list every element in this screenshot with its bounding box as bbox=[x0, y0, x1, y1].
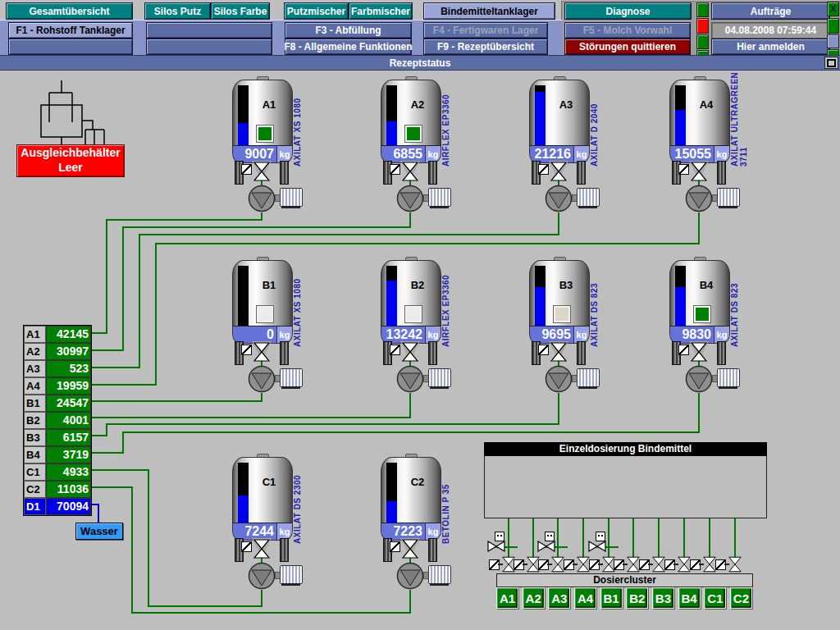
tank-B3[interactable]: B3 9695 kg AXILAT DS 823 bbox=[529, 260, 600, 396]
dosing-valve-icon[interactable] bbox=[690, 555, 718, 574]
cluster-button-B1[interactable]: B1 bbox=[600, 587, 623, 609]
tank-leg bbox=[577, 161, 586, 185]
row-value: 70094 bbox=[46, 498, 91, 515]
row-label: C1 bbox=[24, 463, 46, 481]
motor-icon bbox=[577, 368, 600, 387]
amount-value: 21216 bbox=[530, 146, 573, 162]
motor-valve-icon[interactable] bbox=[588, 532, 608, 555]
motor-icon bbox=[577, 188, 600, 207]
amount-unit: kg bbox=[573, 326, 589, 343]
amount-value: 6855 bbox=[381, 146, 425, 162]
status-indicator bbox=[257, 306, 273, 322]
level-fill bbox=[238, 123, 249, 145]
amount-unit: kg bbox=[714, 146, 729, 162]
amount-value: 7244 bbox=[233, 523, 276, 540]
table-row: C211036 bbox=[24, 481, 91, 498]
pump-icon[interactable] bbox=[395, 364, 425, 394]
amount-value: 0 bbox=[233, 326, 276, 343]
amount-value: 15055 bbox=[670, 146, 714, 162]
row-label: D1 bbox=[24, 498, 46, 515]
wasser-button[interactable]: Wasser bbox=[75, 523, 123, 540]
pump-icon[interactable] bbox=[247, 364, 276, 394]
dosing-valve-icon[interactable] bbox=[715, 555, 743, 574]
amount-display: 9830 kg bbox=[670, 326, 729, 343]
tank-A1[interactable]: A1 9007 kg AXILAT XS 1080 bbox=[232, 80, 303, 216]
motor-base bbox=[719, 206, 737, 208]
row-value: 19959 bbox=[46, 377, 91, 395]
tank-B1[interactable]: B1 0 kg AXILAT XS 1080 bbox=[232, 260, 303, 396]
cluster-button-A1[interactable]: A1 bbox=[496, 587, 518, 609]
tank-B4[interactable]: B4 9830 kg AXILAT DS 823 bbox=[669, 260, 740, 396]
dosing-valve-icon[interactable] bbox=[664, 555, 692, 574]
pump-icon[interactable] bbox=[395, 561, 425, 591]
outlet-valve-icon[interactable] bbox=[253, 162, 270, 181]
motor-base bbox=[578, 386, 597, 389]
table-row: B124547 bbox=[24, 395, 91, 412]
einzeldosierung-panel: Einzeldosierung Bindemittel bbox=[484, 442, 767, 518]
motor-valve-icon[interactable] bbox=[487, 532, 507, 555]
amount-unit: kg bbox=[573, 146, 589, 162]
dosing-valve-icon[interactable] bbox=[589, 555, 617, 574]
outlet-valve-icon[interactable] bbox=[691, 162, 707, 181]
tank-leg bbox=[577, 341, 586, 365]
row-value: 3719 bbox=[46, 446, 91, 463]
alarm-line2: Leer bbox=[17, 160, 124, 175]
outlet-valve-icon[interactable] bbox=[550, 342, 567, 362]
cluster-button-A3[interactable]: A3 bbox=[548, 587, 570, 609]
dosing-valve-icon[interactable] bbox=[514, 555, 541, 574]
cluster-button-B2[interactable]: B2 bbox=[626, 587, 648, 609]
outlet-valve-icon[interactable] bbox=[691, 342, 707, 362]
table-row: A142145 bbox=[24, 326, 91, 343]
cluster-button-B4[interactable]: B4 bbox=[678, 587, 701, 609]
amount-value: 9007 bbox=[233, 146, 276, 162]
tank-B2[interactable]: B2 13242 kg AIRFLEX EP3360 bbox=[381, 260, 451, 396]
outlet-valve-icon[interactable] bbox=[253, 539, 270, 559]
status-indicator bbox=[405, 306, 422, 322]
cluster-button-A4[interactable]: A4 bbox=[574, 587, 596, 609]
cluster-button-C1[interactable]: C1 bbox=[704, 587, 726, 609]
pump-icon[interactable] bbox=[247, 561, 276, 591]
tank-A4[interactable]: A4 15055 kg AXILAT ULTRAGREEN 3711 bbox=[669, 80, 740, 216]
motor-icon bbox=[428, 565, 451, 584]
dosing-valve-icon[interactable] bbox=[614, 555, 641, 574]
tank-A2[interactable]: A2 6855 kg AIRFLEX EP3360 bbox=[381, 80, 451, 216]
tank-leg bbox=[280, 538, 289, 562]
outlet-valve-icon[interactable] bbox=[550, 162, 567, 181]
cluster-button-C2[interactable]: C2 bbox=[730, 587, 752, 609]
cluster-button-A2[interactable]: A2 bbox=[523, 587, 545, 609]
outlet-valve-icon[interactable] bbox=[402, 539, 418, 559]
tank-leg bbox=[280, 341, 289, 365]
row-label: A2 bbox=[24, 343, 46, 360]
level-fill bbox=[675, 287, 686, 326]
dosing-valve-icon[interactable] bbox=[564, 555, 591, 574]
tank-A3[interactable]: A3 21216 kg AXILAT D 2040 bbox=[529, 80, 600, 216]
tank-C1[interactable]: C1 7244 kg AXILAT DS 2300 bbox=[232, 457, 303, 593]
pump-icon[interactable] bbox=[247, 184, 276, 213]
pump-icon[interactable] bbox=[684, 184, 714, 213]
motor-valve-icon[interactable] bbox=[537, 532, 557, 555]
outlet-valve-icon[interactable] bbox=[402, 342, 418, 362]
motor-base bbox=[719, 386, 737, 389]
dosiercluster-title: Dosiercluster bbox=[496, 573, 753, 587]
motor-base bbox=[430, 583, 449, 586]
tank-vessel: B4 9830 kg bbox=[669, 260, 730, 344]
pump-icon[interactable] bbox=[395, 184, 425, 213]
motor-icon bbox=[428, 368, 451, 387]
outlet-valve-icon[interactable] bbox=[402, 162, 418, 181]
row-label: B2 bbox=[24, 412, 46, 429]
table-row: B43719 bbox=[24, 446, 91, 463]
dosing-valve-icon[interactable] bbox=[538, 555, 566, 574]
dosing-valve-icon[interactable] bbox=[489, 555, 517, 574]
tank-label: A4 bbox=[683, 98, 729, 111]
pump-icon[interactable] bbox=[544, 364, 573, 394]
pump-icon[interactable] bbox=[684, 364, 714, 394]
dosiercluster-buttons: A1 A2 A3 A4 B1 B2 B3 B4 C1 C2 bbox=[496, 587, 752, 609]
cluster-button-B3[interactable]: B3 bbox=[652, 587, 674, 609]
outlet-valve-icon[interactable] bbox=[253, 342, 270, 362]
pump-icon[interactable] bbox=[544, 184, 573, 213]
dosing-valve-icon[interactable] bbox=[639, 555, 667, 574]
level-gauge bbox=[675, 266, 686, 326]
tank-vessel: A3 21216 kg bbox=[529, 80, 590, 163]
table-row: A230997 bbox=[24, 343, 91, 360]
tank-C2[interactable]: C2 7223 kg BETOLIN P 35 bbox=[381, 457, 451, 593]
